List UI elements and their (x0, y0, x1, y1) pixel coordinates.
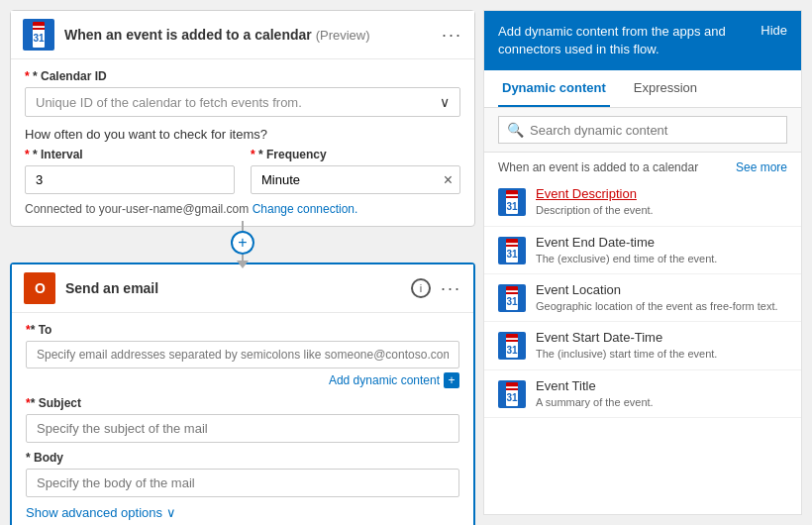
add-dynamic-row: Add dynamic content + (26, 372, 459, 388)
frequency-question: How often do you want to check for items… (25, 127, 460, 142)
to-input[interactable] (26, 341, 459, 368)
trigger-title: When an event is added to a calendar (Pr… (64, 27, 442, 43)
interval-frequency-row: * * Interval * * Frequency × (25, 148, 460, 194)
trigger-header: ▬▬ 31 When an event is added to a calend… (11, 11, 474, 59)
calendar-id-label: * * Calendar ID (25, 69, 460, 83)
body-field-row: * Body (26, 451, 459, 497)
arrow-down-icon (237, 261, 249, 268)
item-description: The (exclusive) end time of the event. (536, 252, 787, 265)
action-card: O Send an email i ··· ** To Add dynamic … (10, 262, 475, 525)
trigger-change-connection[interactable]: Change connection. (253, 202, 358, 216)
action-header-icons: i ··· (411, 278, 461, 299)
add-step-button[interactable]: + (231, 231, 254, 255)
search-box: 🔍 (498, 116, 787, 144)
tabs-row: Dynamic content Expression (484, 70, 801, 108)
frequency-select[interactable]: × (251, 165, 460, 194)
item-content: Event Description Description of the eve… (536, 186, 787, 217)
search-icon: 🔍 (507, 122, 524, 138)
action-header: O Send an email i ··· (12, 264, 473, 313)
dynamic-item[interactable]: ▬▬ 31 Event Location Geographic location… (484, 274, 801, 322)
dynamic-items-list: ▬▬ 31 Event Description Description of t… (484, 178, 801, 514)
trigger-menu-button[interactable]: ··· (442, 25, 462, 46)
add-dynamic-plus-icon: + (444, 372, 459, 388)
item-calendar-icon: ▬▬ 31 (498, 332, 526, 360)
body-input[interactable] (26, 469, 459, 497)
item-content: Event Start Date-Time The (inclusive) st… (536, 330, 787, 361)
item-name: Event End Date-time (536, 235, 787, 250)
item-name: Event Location (536, 282, 787, 297)
trigger-card: ▬▬ 31 When an event is added to a calend… (10, 10, 475, 227)
item-calendar-icon: ▬▬ 31 (498, 284, 526, 312)
action-title: Send an email (65, 280, 411, 296)
item-description: Description of the event. (536, 203, 787, 217)
chevron-down-icon: ∨ (440, 94, 450, 110)
chevron-down-icon: ∨ (166, 505, 176, 520)
left-panel: ▬▬ 31 When an event is added to a calend… (10, 10, 475, 515)
trigger-connection-info: Connected to your-user-name@gmail.com Ch… (25, 202, 460, 216)
action-menu-button[interactable]: ··· (441, 278, 461, 299)
subject-input[interactable] (26, 414, 459, 443)
item-content: Event End Date-time The (exclusive) end … (536, 235, 787, 265)
item-name: Event Title (536, 378, 787, 393)
clear-frequency-icon[interactable]: × (444, 171, 453, 189)
dynamic-item[interactable]: ▬▬ 31 Event End Date-time The (exclusive… (484, 227, 801, 274)
dynamic-item[interactable]: ▬▬ 31 Event Start Date-Time The (inclusi… (484, 322, 801, 369)
item-calendar-icon: ▬▬ 31 (498, 188, 526, 216)
dynamic-panel-description: Add dynamic content from the apps and co… (498, 23, 761, 58)
trigger-body: * * Calendar ID Unique ID of the calenda… (11, 59, 474, 226)
subject-field-row: ** Subject (26, 396, 459, 443)
dynamic-item[interactable]: ▬▬ 31 Event Title A summary of the event… (484, 370, 801, 418)
to-field-row: ** To Add dynamic content + (26, 323, 459, 388)
arrow-line-top (242, 221, 244, 231)
action-body: ** To Add dynamic content + ** Subject *… (12, 313, 473, 525)
hide-button[interactable]: Hide (761, 23, 787, 38)
right-panel: Add dynamic content from the apps and co… (483, 10, 802, 515)
item-content: Event Title A summary of the event. (536, 378, 787, 409)
section-title: When an event is added to a calendar (498, 160, 698, 174)
section-header: When an event is added to a calendar See… (484, 153, 801, 178)
frequency-field: * * Frequency × (251, 148, 460, 194)
show-advanced-button[interactable]: Show advanced options ∨ (26, 505, 459, 520)
item-description: Geographic location of the event as free… (536, 299, 787, 313)
search-row: 🔍 (484, 108, 801, 153)
item-content: Event Location Geographic location of th… (536, 282, 787, 313)
tab-expression[interactable]: Expression (630, 70, 701, 107)
item-description: A summary of the event. (536, 395, 787, 409)
calendar-id-select[interactable]: Unique ID of the calendar to fetch event… (25, 87, 460, 117)
trigger-icon: ▬▬ 31 (23, 19, 54, 51)
add-dynamic-button[interactable]: Add dynamic content + (329, 372, 459, 388)
search-input[interactable] (530, 123, 778, 138)
interval-input[interactable] (25, 165, 235, 194)
item-description: The (inclusive) start time of the event. (536, 347, 787, 361)
tab-dynamic-content[interactable]: Dynamic content (498, 70, 610, 107)
see-more-button[interactable]: See more (736, 160, 787, 174)
frequency-input[interactable] (251, 165, 460, 194)
arrow-connector: + (10, 227, 475, 262)
item-calendar-icon: ▬▬ 31 (498, 380, 526, 408)
info-button[interactable]: i (411, 278, 431, 298)
dynamic-item[interactable]: ▬▬ 31 Event Description Description of t… (484, 178, 801, 226)
item-calendar-icon: ▬▬ 31 (498, 237, 526, 264)
action-icon: O (24, 272, 55, 304)
dynamic-panel-header: Add dynamic content from the apps and co… (484, 11, 801, 70)
interval-field: * * Interval (25, 148, 235, 194)
item-name: Event Description (536, 186, 787, 201)
item-name: Event Start Date-Time (536, 330, 787, 345)
